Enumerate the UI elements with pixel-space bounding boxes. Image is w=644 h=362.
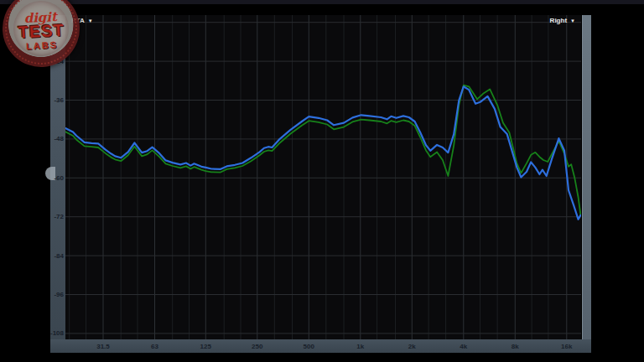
y-tick-label: -72 [50,213,64,220]
x-tick-label: 31.5 [96,343,110,350]
x-tick-label: 250 [252,343,262,350]
rta-analyzer-window: -12-24-36-48-60-72-84-96-108 31.56312525… [0,0,644,362]
x-tick-label: 4k [460,343,467,350]
x-tick-label: 500 [304,343,314,350]
curve-blue [65,86,580,219]
channel-dropdown[interactable]: Right ▼ [550,17,575,24]
right-scrollbar[interactable] [582,15,591,339]
x-tick-label: 16k [561,343,572,350]
y-tick-label: -108 [50,329,64,337]
chevron-down-icon: ▼ [570,18,575,23]
curve-green [65,85,580,215]
channel-dropdown-label: Right [550,17,567,24]
y-tick-label: -48 [50,135,64,142]
x-axis-scale-strip[interactable] [50,339,591,353]
y-axis-scale-strip[interactable] [50,15,65,353]
x-tick-label: 8k [512,343,519,350]
y-tick-label: -36 [50,96,64,104]
x-tick-label: 2k [408,343,416,350]
y-tick-label: -84 [50,252,64,260]
x-tick-label: 125 [200,343,211,350]
y-tick-label: -96 [50,291,64,298]
x-tick-label: 63 [151,343,158,350]
y-tick-label: -60 [50,174,64,182]
rta-chart [0,0,644,362]
x-tick-label: 1k [356,343,364,350]
chevron-down-icon: ▼ [88,18,93,23]
